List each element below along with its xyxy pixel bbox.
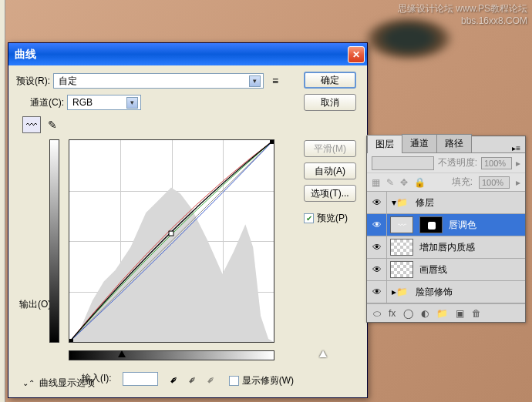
channel-label: 通道(C): <box>30 96 64 109</box>
mask-thumb[interactable] <box>419 216 443 233</box>
preset-label: 预设(R): <box>16 75 50 88</box>
opacity-input[interactable]: 100% <box>481 157 512 169</box>
input-gradient <box>69 350 274 360</box>
panel-menu-icon[interactable]: ▸≡ <box>507 144 525 152</box>
titlebar[interactable]: 曲线 ✕ <box>8 43 367 65</box>
fx-icon[interactable]: fx <box>389 308 396 319</box>
layer-thumb <box>390 261 413 278</box>
folder-new-icon[interactable]: 📁 <box>436 308 448 319</box>
black-eyedropper-icon[interactable]: ✒ <box>166 370 184 387</box>
visibility-toggle[interactable]: 👁 <box>367 281 387 303</box>
link-icon[interactable]: ⬭ <box>373 308 381 319</box>
folder-icon: ▸📁 <box>392 286 408 297</box>
smooth-button: 平滑(M) <box>304 140 356 157</box>
preset-menu-icon[interactable]: ≡ <box>268 74 283 88</box>
fill-flyout-icon[interactable]: ▸ <box>516 177 520 188</box>
layer-row[interactable]: 👁 画唇线 <box>367 259 525 281</box>
preset-select[interactable]: 自定 ▾ <box>53 73 264 89</box>
svg-marker-0 <box>69 188 274 342</box>
svg-rect-3 <box>69 339 73 342</box>
tab-layers[interactable]: 图层 <box>367 135 402 153</box>
blend-mode-select[interactable] <box>372 156 434 170</box>
curve-tool[interactable]: 〰 <box>22 116 41 133</box>
cancel-button[interactable]: 取消 <box>304 94 356 111</box>
svg-rect-2 <box>169 231 173 236</box>
highlight-slider[interactable] <box>319 350 327 357</box>
auto-button[interactable]: 自动(A) <box>304 162 356 179</box>
visibility-toggle[interactable]: 👁 <box>367 259 387 280</box>
curves-graph[interactable] <box>69 139 274 343</box>
input-value-field[interactable] <box>123 372 158 386</box>
expand-icon: ⌄⌃ <box>22 379 35 387</box>
layer-thumb <box>390 239 413 256</box>
new-layer-icon[interactable]: ▣ <box>456 308 464 319</box>
preview-checkbox[interactable]: ✔ <box>304 213 314 223</box>
adjustment-thumb: 〰 <box>390 216 413 233</box>
shadow-slider[interactable] <box>118 350 126 357</box>
display-options-toggle[interactable]: ⌄⌃ 曲线显示选项 <box>22 377 95 390</box>
lock-trans-icon[interactable]: ▦ <box>372 177 380 188</box>
pencil-tool[interactable]: ✎ <box>43 116 62 133</box>
close-button[interactable]: ✕ <box>348 46 365 63</box>
lock-paint-icon[interactable]: ✎ <box>386 177 394 188</box>
chevron-down-icon: ▾ <box>126 97 138 109</box>
visibility-toggle[interactable]: 👁 <box>367 192 387 213</box>
show-clipping-checkbox[interactable] <box>229 376 239 386</box>
tab-paths[interactable]: 路径 <box>436 134 472 152</box>
white-eyedropper-icon[interactable]: ✒ <box>203 370 221 387</box>
layers-footer: ⬭ fx ◯ ◐ 📁 ▣ 🗑 <box>367 303 525 322</box>
channel-select[interactable]: RGB ▾ <box>67 95 141 110</box>
gray-eyedropper-icon[interactable]: ✒ <box>184 370 202 387</box>
fill-input[interactable]: 100% <box>479 176 510 189</box>
adj-icon[interactable]: ◐ <box>421 308 429 319</box>
layer-row[interactable]: 👁 增加唇内质感 <box>367 236 525 259</box>
visibility-toggle[interactable]: 👁 <box>367 214 387 236</box>
watermark: 思缘设计论坛 www.PS教程论坛 bbs.16xx8.COM <box>398 3 527 27</box>
app-toolbar-sliver <box>0 0 5 402</box>
curves-dialog: 曲线 ✕ 预设(R): 自定 ▾ ≡ 通道(C): RGB ▾ 〰 ✎ 输出(O <box>8 42 368 398</box>
dialog-title: 曲线 <box>15 48 36 62</box>
chevron-down-icon: ▾ <box>249 75 261 87</box>
mask-icon[interactable]: ◯ <box>403 308 413 319</box>
close-icon: ✕ <box>352 49 360 60</box>
ok-button[interactable]: 确定 <box>304 72 356 89</box>
lock-move-icon[interactable]: ✥ <box>400 177 408 188</box>
visibility-toggle[interactable]: 👁 <box>367 236 387 258</box>
output-label: 输出(O): <box>19 298 54 311</box>
layers-panel: 图层 通道 路径 ▸≡ 不透明度: 100% ▸ ▦ ✎ ✥ 🔒 填充: 100… <box>366 136 526 323</box>
trash-icon[interactable]: 🗑 <box>472 308 481 319</box>
lock-all-icon[interactable]: 🔒 <box>414 177 426 188</box>
tab-channels[interactable]: 通道 <box>402 134 437 152</box>
opacity-flyout-icon[interactable]: ▸ <box>516 158 520 169</box>
histogram <box>69 140 274 342</box>
svg-rect-4 <box>270 140 274 144</box>
layer-row[interactable]: 👁 〰 唇调色 <box>367 214 525 236</box>
layer-list: 👁 ▾📁 修层 👁 〰 唇调色 👁 增加唇内质感 👁 画唇线 👁 ▸📁 脸部修饰 <box>367 192 525 303</box>
layer-row[interactable]: 👁 ▸📁 脸部修饰 <box>367 281 525 303</box>
options-button[interactable]: 选项(T)... <box>304 185 356 202</box>
output-gradient <box>49 139 59 343</box>
folder-icon: ▾📁 <box>392 197 408 208</box>
layer-row[interactable]: 👁 ▾📁 修层 <box>367 192 525 214</box>
